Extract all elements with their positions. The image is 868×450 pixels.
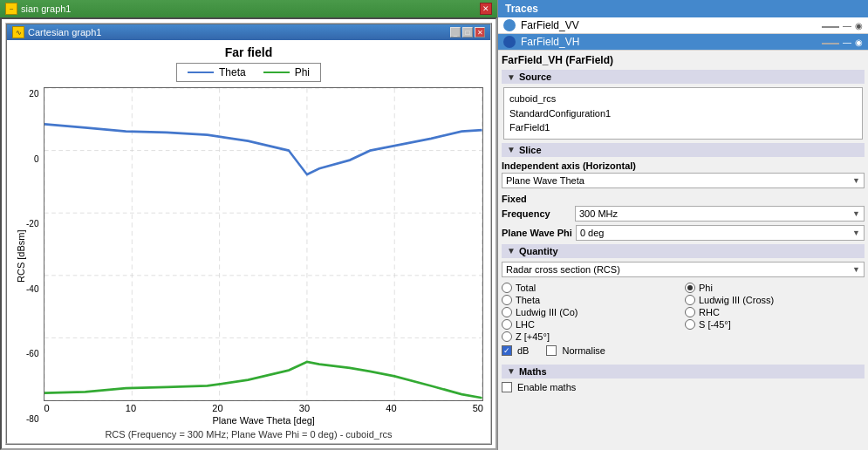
enable-maths-label: Enable maths — [517, 382, 576, 392]
x-axis-title: Plane Wave Theta [deg] — [44, 415, 483, 426]
graph-window: ~ sian graph1 ✕ ∿ Cartesian graph1 _ □ ✕… — [0, 0, 497, 450]
farfield-title: FarField_VH (FarField) — [502, 54, 865, 66]
frequency-arrow-icon: ▼ — [852, 209, 860, 218]
graph-content: Far field Theta Phi RCS [dBsm] — [7, 40, 490, 443]
trace-vh-opt1[interactable]: — — [843, 38, 851, 47]
radio-z45[interactable]: Z [+45°] — [502, 331, 681, 342]
y-tick-labels: 20 0 -20 -40 -60 -80 — [26, 87, 42, 426]
trace-item-vv[interactable]: FarField_VV — ◉ — [498, 17, 868, 34]
trace-vv-options: — ◉ — [822, 21, 863, 31]
enable-maths-row: Enable maths — [502, 382, 865, 392]
independent-axis-value: Plane Wave Theta — [506, 175, 584, 186]
radio-phi-circle[interactable] — [685, 283, 695, 293]
outer-titlebar: ~ sian graph1 ✕ — [0, 0, 497, 17]
radio-lhc-circle[interactable] — [502, 319, 512, 330]
radio-ludwig-cross-circle[interactable] — [685, 295, 695, 305]
fixed-label: Fixed — [502, 194, 865, 204]
radio-lhc[interactable]: LHC — [502, 319, 681, 330]
plane-wave-phi-label: Plane Wave Phi — [502, 228, 572, 238]
y-tick-0: 0 — [34, 154, 39, 164]
radio-s45-circle[interactable] — [685, 319, 695, 330]
quantity-arrow-icon: ▼ — [852, 265, 860, 274]
radio-theta[interactable]: Theta — [502, 295, 681, 305]
trace-item-vh[interactable]: FarField_VH — ◉ — [498, 34, 868, 51]
plane-wave-phi-dropdown[interactable]: 0 deg ▼ — [576, 225, 865, 241]
normalise-checkbox[interactable] — [546, 345, 557, 356]
phi-line-icon — [263, 72, 290, 73]
inner-window-icon: ∿ — [12, 26, 24, 38]
radio-ludwig-cross[interactable]: Ludwig III (Cross) — [685, 295, 865, 305]
source-box: cuboid_rcs StandardConfiguration1 FarFie… — [503, 87, 863, 140]
slice-header[interactable]: ▼ Slice — [502, 143, 865, 157]
trace-vh-options: — ◉ — [822, 38, 863, 47]
radio-rhc-circle[interactable] — [685, 307, 695, 317]
source-header[interactable]: ▼ Source — [502, 70, 865, 84]
quantity-dropdown[interactable]: Radar cross section (RCS) ▼ — [502, 262, 865, 277]
x-tick-20: 20 — [212, 403, 222, 413]
db-label: dB — [517, 345, 529, 356]
phi-label: Phi — [295, 66, 310, 78]
y-tick--80: -80 — [26, 414, 38, 424]
y-tick--40: -40 — [26, 284, 38, 294]
radio-phi-label: Phi — [699, 283, 713, 293]
normalise-checkbox-row: Normalise — [546, 345, 605, 356]
trace-vv-line — [822, 26, 839, 28]
outer-close-button[interactable]: ✕ — [480, 3, 492, 15]
radio-s45-label: S [-45°] — [699, 319, 731, 330]
outer-titlebar-left: ~ sian graph1 — [5, 3, 72, 15]
radio-rhc-label: RHC — [699, 307, 720, 317]
maximize-button[interactable]: □ — [462, 27, 473, 38]
quantity-triangle-icon: ▼ — [507, 246, 516, 256]
x-tick-40: 40 — [386, 403, 396, 413]
x-tick-30: 30 — [299, 403, 310, 413]
source-line1: cuboid_rcs — [509, 92, 857, 106]
radio-theta-circle[interactable] — [502, 295, 512, 305]
normalise-label: Normalise — [562, 345, 605, 356]
close-button[interactable]: ✕ — [475, 27, 485, 38]
trace-vv-opt1[interactable]: — — [843, 21, 851, 31]
db-checkbox[interactable] — [502, 345, 512, 356]
y-tick-20: 20 — [29, 89, 38, 99]
radio-ludwig-co-circle[interactable] — [502, 307, 512, 317]
quantity-header[interactable]: ▼ Quantity — [502, 244, 865, 258]
slice-label: Slice — [519, 145, 542, 155]
plane-wave-phi-row: Plane Wave Phi 0 deg ▼ — [502, 225, 865, 241]
enable-maths-checkbox[interactable] — [502, 382, 512, 392]
inner-window: ∿ Cartesian graph1 _ □ ✕ Far field Theta — [5, 23, 492, 445]
trace-vv-icon — [503, 19, 516, 31]
legend-phi: Phi — [263, 66, 310, 78]
radio-ludwig-co[interactable]: Ludwig III (Co) — [502, 307, 681, 317]
legend: Theta Phi — [176, 63, 321, 82]
x-axis-labels: 0 10 20 30 40 50 — [44, 401, 483, 413]
graph-frame: ∿ Cartesian graph1 _ □ ✕ Far field Theta — [0, 17, 497, 450]
traces-title: Traces — [498, 0, 868, 17]
independent-axis-dropdown[interactable]: Plane Wave Theta ▼ — [502, 173, 865, 188]
radio-total[interactable]: Total — [502, 283, 681, 293]
radio-phi[interactable]: Phi — [685, 283, 865, 293]
source-line2: StandardConfiguration1 — [509, 106, 857, 121]
radio-rhc[interactable]: RHC — [685, 307, 865, 317]
maths-triangle-icon: ▼ — [507, 366, 516, 376]
x-tick-10: 10 — [126, 403, 136, 413]
theta-line-icon — [188, 72, 214, 73]
radio-total-circle[interactable] — [502, 283, 512, 293]
window-icon: ~ — [5, 3, 17, 15]
minimize-button[interactable]: _ — [450, 27, 461, 38]
radio-ludwig-cross-label: Ludwig III (Cross) — [699, 295, 774, 305]
maths-header[interactable]: ▼ Maths — [502, 365, 865, 378]
trace-vv-opt2[interactable]: ◉ — [855, 21, 863, 31]
frequency-dropdown[interactable]: 300 MHz ▼ — [575, 206, 865, 222]
trace-vh-opt2[interactable]: ◉ — [855, 38, 863, 47]
outer-window-title: sian graph1 — [21, 3, 72, 14]
chart-area: RCS [dBsm] 20 0 -20 -40 -60 -80 — [14, 87, 483, 426]
independent-axis-label: Independent axis (Horizontal) — [502, 160, 865, 171]
y-axis-label: RCS [dBsm] — [14, 87, 26, 426]
inner-titlebar: ∿ Cartesian graph1 _ □ ✕ — [7, 24, 490, 40]
chart-svg — [44, 88, 482, 400]
inner-window-title: Cartesian graph1 — [28, 27, 101, 38]
radio-z45-circle[interactable] — [502, 331, 512, 342]
trace-vh-line — [822, 43, 839, 44]
quantity-label: Quantity — [519, 246, 558, 256]
independent-axis-arrow-icon: ▼ — [852, 176, 860, 185]
radio-s45[interactable]: S [-45°] — [685, 319, 865, 330]
